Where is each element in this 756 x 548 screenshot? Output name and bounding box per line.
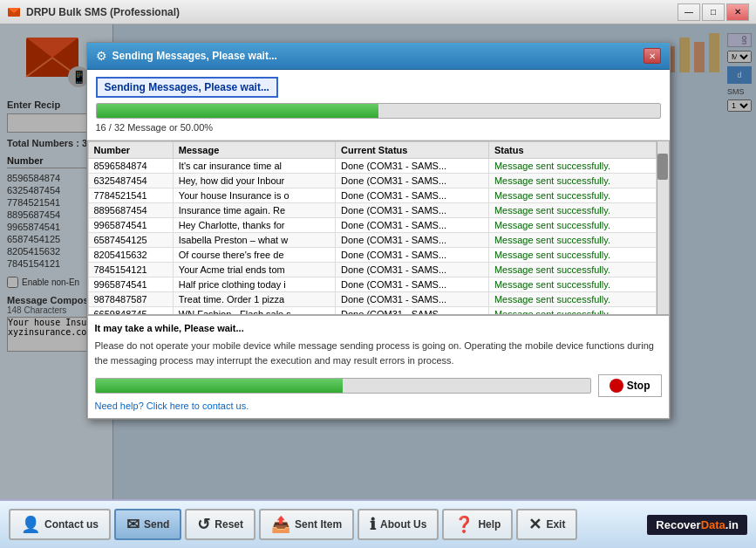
col-number: Number [88,142,173,159]
bottom-message-area: It may take a while, Please wait... Plea… [87,315,670,419]
modal-overlay: ⚙ Sending Messages, Please wait... ✕ Sen… [0,24,756,499]
table-row: 9965874541 Hey Charlotte, thanks for Don… [88,218,656,233]
cell-status: Message sent successfully. [488,307,656,315]
wait-message: It may take a while, Please wait... [95,323,662,333]
progress-area: Sending Messages, Please wait... 16 / 32… [87,70,670,140]
cell-message: Your house Insurance is o [173,188,335,203]
cell-message: Hey Charlotte, thanks for [173,218,335,233]
modal-title-bar: ⚙ Sending Messages, Please wait... ✕ [87,43,670,70]
btn-icon-reset: ↺ [197,515,210,534]
btn-icon-exit: ✕ [528,515,541,534]
btn-icon-help: ❓ [454,515,473,534]
table-row: 8205415632 Of course there's free de Don… [88,248,656,263]
toolbar-btn-about-us[interactable]: ℹAbout Us [358,509,439,540]
cell-number: 6325487454 [88,174,173,188]
cell-message: Your Acme trial ends tom [173,263,335,277]
btn-label-sent-item: Sent Item [295,518,342,531]
table-row: 6659848745 WN Fashion - Flash sale s Don… [88,307,656,315]
cell-status: Message sent successfully. [488,188,656,203]
col-current-status: Current Status [336,142,489,159]
toolbar-btn-exit[interactable]: ✕Exit [516,509,577,540]
col-message: Message [173,142,335,159]
modal-close-button[interactable]: ✕ [644,48,661,64]
table-row: 7845154121 Your Acme trial ends tom Done… [88,263,656,277]
cell-status: Message sent successfully. [488,203,656,218]
table-scrollbar[interactable] [657,141,669,314]
app-title: DRPU Bulk SMS (Professional) [26,6,678,18]
bottom-toolbar: 👤Contact us✉Send↺Reset📤Sent ItemℹAbout U… [0,499,756,548]
maximize-button[interactable]: □ [702,3,725,21]
cell-current-status: Done (COM31 - SAMS... [336,263,489,277]
cell-status: Message sent successfully. [488,159,656,174]
btn-label-send: Send [144,518,169,531]
stop-button[interactable]: Stop [598,374,662,397]
table-scroll-area[interactable]: Number Message Current Status Status 859… [88,141,657,314]
btn-label-about-us: About Us [380,518,426,531]
message-table-container: Number Message Current Status Status 859… [87,140,670,315]
btn-label-contact-us: Contact us [44,518,99,531]
cell-message: Hey, how did your Inbour [173,174,335,188]
bottom-progress-bar-container [95,378,591,394]
cell-number: 8895687454 [88,203,173,218]
stop-icon [610,379,623,393]
cell-current-status: Done (COM31 - SAMS... [336,174,489,188]
brand-badge: RecoverData.in [647,515,747,535]
cell-number: 6659848745 [88,307,173,315]
cell-current-status: Done (COM31 - SAMS... [336,307,489,315]
cell-number: 8596584874 [88,159,173,174]
cell-number: 8205415632 [88,248,173,263]
cell-status: Message sent successfully. [488,218,656,233]
cell-message: Insurance time again. Re [173,203,335,218]
table-row: 9965874541 Half price clothing today i D… [88,277,656,292]
progress-label: Sending Messages, Please wait... [96,77,278,98]
table-row: 7784521541 Your house Insurance is o Don… [88,188,656,203]
btn-icon-about-us: ℹ [370,515,376,534]
table-row: 9878487587 Treat time. Order 1 pizza Don… [88,292,656,307]
app-icon [7,5,21,19]
cell-current-status: Done (COM31 - SAMS... [336,159,489,174]
cell-number: 7845154121 [88,263,173,277]
cell-number: 7784521541 [88,188,173,203]
toolbar-btn-send[interactable]: ✉Send [114,509,181,540]
cell-status: Message sent successfully. [488,292,656,307]
cell-status: Message sent successfully. [488,174,656,188]
bottom-progress-fill [96,379,344,393]
progress-bar-fill [97,104,378,118]
minimize-button[interactable]: — [678,3,700,21]
btn-label-reset: Reset [215,518,243,531]
cell-current-status: Done (COM31 - SAMS... [336,277,489,292]
cell-current-status: Done (COM31 - SAMS... [336,233,489,248]
btn-icon-sent-item: 📤 [271,515,290,534]
btn-icon-contact-us: 👤 [21,515,40,534]
progress-bar-container [96,103,661,119]
stop-label: Stop [627,380,650,392]
cell-message: WN Fashion - Flash sale s [173,307,335,315]
scroll-thumb [657,154,668,180]
cell-message: It's car insurance time al [173,159,335,174]
cell-message: Treat time. Order 1 pizza [173,292,335,307]
modal-title: Sending Messages, Please wait... [112,50,638,62]
toolbar-btn-help[interactable]: ❓Help [442,509,513,540]
cell-number: 9965874541 [88,218,173,233]
message-table: Number Message Current Status Status 859… [88,141,657,314]
cell-current-status: Done (COM31 - SAMS... [336,248,489,263]
btn-label-help: Help [478,518,501,531]
progress-text: 16 / 32 Message or 50.00% [96,122,661,133]
help-link[interactable]: Need help? Click here to contact us. [95,401,249,411]
close-button[interactable]: ✕ [726,3,749,21]
table-row: 6587454125 Isabella Preston – what w Don… [88,233,656,248]
main-area: 📱 Enter Recip Total Numbers : 3 Number 8… [0,24,756,499]
cell-message: Of course there's free de [173,248,335,263]
cell-status: Message sent successfully. [488,277,656,292]
cell-number: 9878487587 [88,292,173,307]
cell-status: Message sent successfully. [488,263,656,277]
cell-current-status: Done (COM31 - SAMS... [336,292,489,307]
toolbar-btn-contact-us[interactable]: 👤Contact us [9,509,111,540]
cell-number: 9965874541 [88,277,173,292]
toolbar-btn-sent-item[interactable]: 📤Sent Item [259,509,354,540]
table-row: 8895687454 Insurance time again. Re Done… [88,203,656,218]
cell-current-status: Done (COM31 - SAMS... [336,218,489,233]
sending-modal: ⚙ Sending Messages, Please wait... ✕ Sen… [86,42,671,420]
btn-icon-send: ✉ [126,515,140,534]
toolbar-btn-reset[interactable]: ↺Reset [185,509,255,540]
